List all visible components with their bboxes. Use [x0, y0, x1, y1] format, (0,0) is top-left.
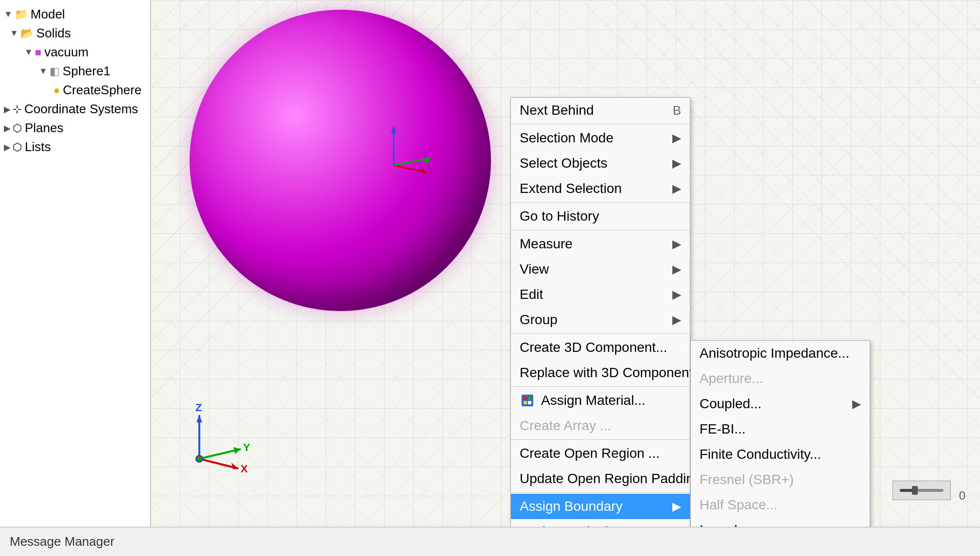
sphere-3d	[190, 10, 491, 311]
arrow-view: ▶	[672, 262, 681, 276]
menu-item-group[interactable]: Group ▶	[511, 307, 690, 332]
menu-item-assign-material[interactable]: Assign Material...	[511, 388, 690, 413]
menu-item-replace-3d[interactable]: Replace with 3D Component...	[511, 360, 690, 385]
tree-item-solids[interactable]: ▼ 📂 Solids	[0, 24, 150, 43]
tree-item-createsphere[interactable]: ● CreateSphere	[0, 81, 150, 100]
tree-label-lists: Lists	[25, 139, 51, 155]
message-bar: Message Manager	[0, 527, 980, 556]
tree-label-planes: Planes	[25, 121, 64, 136]
tree-item-planes[interactable]: ▶ ⬡ Planes	[0, 119, 150, 138]
tree-item-coordinate-systems[interactable]: ▶ ⊹ Coordinate Systems	[0, 100, 150, 119]
menu-item-extend-selection[interactable]: Extend Selection ▶	[511, 176, 690, 201]
material-icon	[520, 393, 535, 408]
planes-icon: ⬡	[13, 122, 22, 135]
main-container: ▼ 📁 Model ▼ 📂 Solids ▼ ■ vacuum ▼ ◧ Sphe…	[0, 0, 980, 556]
submenu-item-half-space[interactable]: Half Space...	[691, 492, 870, 518]
expand-icon-vacuum: ▼	[24, 47, 33, 57]
arrow-assign-excitation: ▶	[672, 525, 681, 527]
menu-item-create-open-region[interactable]: Create Open Region ...	[511, 441, 690, 466]
arrow-measure: ▶	[672, 237, 681, 251]
submenu-item-coupled[interactable]: Coupled... ▶	[691, 391, 870, 417]
separator-6	[511, 439, 690, 440]
tree-item-vacuum[interactable]: ▼ ■ vacuum	[0, 43, 150, 62]
arrow-group: ▶	[672, 313, 681, 327]
expand-icon-planes: ▶	[4, 123, 11, 134]
separator-2	[511, 202, 690, 203]
menu-item-create-3d[interactable]: Create 3D Component...	[511, 335, 690, 360]
submenu-item-finite-conductivity[interactable]: Finite Conductivity...	[691, 442, 870, 467]
message-bar-label: Message Manager	[10, 534, 114, 549]
tree-item-lists[interactable]: ▶ ⬡ Lists	[0, 138, 150, 156]
menu-label-assign-excitation: Assign Excitation	[520, 524, 623, 527]
menu-item-assign-boundary[interactable]: Assign Boundary ▶	[511, 494, 690, 519]
submenu-item-anisotropic-impedance[interactable]: Anisotropic Impedance...	[691, 341, 870, 366]
svg-marker-5	[391, 126, 397, 133]
model-icon: 📁	[15, 8, 28, 21]
menu-label-extend-selection: Extend Selection	[520, 181, 622, 196]
tree-label-createsphere: CreateSphere	[63, 83, 141, 98]
slider-widget[interactable]	[892, 481, 951, 500]
submenu-label-anisotropic-impedance: Anisotropic Impedance...	[700, 346, 849, 361]
svg-text:Y: Y	[243, 441, 250, 453]
arrow-extend-selection: ▶	[672, 182, 681, 195]
tree-label-coordinate-systems: Coordinate Systems	[24, 102, 138, 117]
svg-rect-24	[524, 401, 527, 404]
svg-marker-13	[233, 447, 241, 454]
menu-label-assign-material: Assign Material...	[541, 393, 646, 408]
menu-item-go-to-history[interactable]: Go to History	[511, 204, 690, 229]
submenu-item-aperture[interactable]: Aperture...	[691, 366, 870, 391]
tree-item-model[interactable]: ▼ 📁 Model	[0, 5, 150, 24]
menu-item-select-objects[interactable]: Select Objects ▶	[511, 151, 690, 176]
arrow-assign-boundary: ▶	[672, 500, 681, 513]
coord-icon: ⊹	[13, 103, 21, 116]
svg-rect-23	[528, 397, 531, 400]
submenu-item-fresnel[interactable]: Fresnel (SBR+)	[691, 467, 870, 492]
arrow-selection-mode: ▶	[672, 131, 681, 145]
sphere1-icon: ◧	[50, 65, 60, 78]
svg-text:Z: Z	[195, 401, 202, 414]
submenu-label-fresnel: Fresnel (SBR+)	[700, 472, 794, 487]
tree-panel: ▼ 📁 Model ▼ 📂 Solids ▼ ■ vacuum ▼ ◧ Sphe…	[0, 0, 151, 527]
svg-rect-21	[522, 395, 533, 406]
menu-item-assign-excitation[interactable]: Assign Excitation ▶	[511, 519, 690, 527]
submenu-label-finite-conductivity: Finite Conductivity...	[700, 447, 821, 462]
menu-item-edit[interactable]: Edit ▶	[511, 282, 690, 307]
tree-label-model: Model	[31, 7, 65, 22]
menu-item-selection-mode[interactable]: Selection Mode ▶	[511, 125, 690, 151]
arrow-edit: ▶	[672, 288, 681, 301]
menu-label-selection-mode: Selection Mode	[520, 130, 613, 146]
submenu-item-fe-bi[interactable]: FE-BI...	[691, 417, 870, 442]
menu-label-measure: Measure	[520, 236, 573, 252]
menu-label-assign-boundary: Assign Boundary	[520, 499, 623, 514]
svg-marker-7	[196, 415, 202, 422]
svg-line-2	[394, 158, 430, 165]
viewport[interactable]: Z X Y 0	[151, 0, 980, 527]
menu-item-update-open-region[interactable]: Update Open Region Padding...	[511, 466, 690, 491]
menu-label-create-array: Create Array ...	[520, 418, 611, 434]
menu-item-measure[interactable]: Measure ▶	[511, 231, 690, 257]
svg-rect-22	[524, 397, 527, 400]
menu-item-next-behind[interactable]: Next Behind B	[511, 98, 690, 123]
svg-point-17	[197, 456, 202, 461]
submenu-assign-boundary: Anisotropic Impedance... Aperture... Cou…	[690, 340, 870, 527]
menu-item-view[interactable]: View ▶	[511, 257, 690, 282]
vacuum-icon: ■	[35, 46, 41, 59]
arrow-select-objects: ▶	[672, 156, 681, 170]
separator-4	[511, 333, 690, 334]
separator-1	[511, 124, 690, 124]
menu-item-create-array[interactable]: Create Array ...	[511, 413, 690, 438]
zero-label: 0	[959, 489, 965, 503]
menu-label-select-objects: Select Objects	[520, 156, 608, 171]
submenu-item-impedance[interactable]: Impedance...	[691, 518, 870, 527]
svg-rect-25	[528, 401, 531, 404]
expand-icon-model: ▼	[4, 9, 13, 19]
tree-item-sphere1[interactable]: ▼ ◧ Sphere1	[0, 62, 150, 81]
menu-label-next-behind: Next Behind	[520, 103, 594, 118]
svg-text:X: X	[241, 463, 248, 475]
lists-icon: ⬡	[13, 141, 22, 154]
expand-icon-cs: ▶	[4, 104, 11, 115]
menu-label-create-3d: Create 3D Component...	[520, 340, 667, 355]
separator-3	[511, 230, 690, 230]
expand-icon-lists: ▶	[4, 142, 11, 153]
menu-label-view: View	[520, 261, 549, 277]
